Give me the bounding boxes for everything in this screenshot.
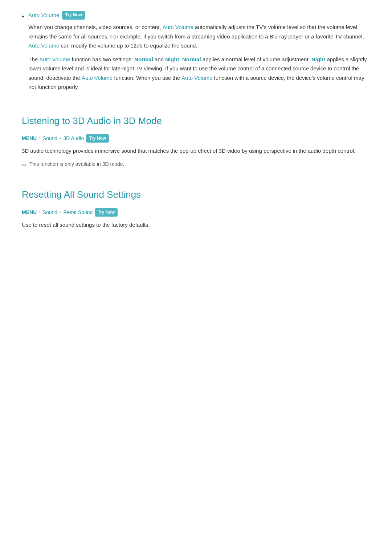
breadcrumb-menu-1[interactable]: MENU <box>22 134 37 142</box>
normal-link-1: Normal <box>134 56 153 62</box>
para2: The Auto Volume function has two setting… <box>28 55 370 92</box>
3d-audio-breadcrumb: MENU › Sound › 3D Audio Try Now <box>22 134 370 143</box>
auto-volume-inline-4: Auto Volume <box>82 75 113 81</box>
breadcrumb-chevron-2: › <box>60 135 61 142</box>
breadcrumb-chevron-3: › <box>39 209 40 216</box>
breadcrumb-3daudio[interactable]: 3D Audio <box>63 134 84 142</box>
breadcrumb-sound-1[interactable]: Sound <box>43 134 57 142</box>
bullet-item-auto-volume: • Auto Volume Try Now When you change ch… <box>22 11 370 96</box>
auto-volume-title[interactable]: Auto Volume <box>28 11 59 20</box>
normal-link-2: Normal <box>182 56 201 62</box>
reset-sound-body: Use to reset all sound settings to the f… <box>22 220 370 230</box>
reset-sound-breadcrumb: MENU › Sound › Reset Sound Try Now <box>22 208 370 217</box>
bullet-dot: • <box>22 12 24 22</box>
3d-audio-note: ✏ This function is only available in 3D … <box>22 160 370 170</box>
breadcrumb-chevron-1: › <box>39 135 40 142</box>
3d-audio-body: 3D audio technology provides immersive s… <box>22 146 370 156</box>
try-now-badge-reset[interactable]: Try Now <box>95 208 118 217</box>
bullet-title-line: Auto Volume Try Now <box>28 11 370 20</box>
auto-volume-inline-3: Auto Volume <box>39 56 70 62</box>
breadcrumb-sound-2[interactable]: Sound <box>43 208 57 216</box>
3d-audio-heading: Listening to 3D Audio in 3D Mode <box>22 114 370 129</box>
3d-audio-note-text: This function is only available in 3D mo… <box>29 160 124 168</box>
try-now-badge-3d[interactable]: Try Now <box>86 134 109 143</box>
auto-volume-inline-5: Auto Volume <box>181 75 212 81</box>
try-now-badge-auto-volume[interactable]: Try Now <box>62 11 85 19</box>
night-link-2: Night <box>311 56 325 62</box>
pencil-icon: ✏ <box>22 161 26 170</box>
3d-audio-section: Listening to 3D Audio in 3D Mode MENU › … <box>22 114 370 170</box>
auto-volume-body: When you change channels, video sources,… <box>28 22 370 92</box>
reset-sound-section: Resetting All Sound Settings MENU › Soun… <box>22 187 370 229</box>
breadcrumb-menu-2[interactable]: MENU <box>22 208 37 216</box>
breadcrumb-chevron-4: › <box>60 209 61 216</box>
breadcrumb-reset-sound[interactable]: Reset Sound <box>63 208 93 216</box>
auto-volume-inline-1: Auto Volume <box>163 24 193 30</box>
reset-sound-heading: Resetting All Sound Settings <box>22 187 370 202</box>
night-link: Night <box>165 56 179 62</box>
auto-volume-section: • Auto Volume Try Now When you change ch… <box>22 11 370 96</box>
auto-volume-inline-2: Auto Volume <box>28 42 59 49</box>
para1: When you change channels, video sources,… <box>28 22 370 50</box>
